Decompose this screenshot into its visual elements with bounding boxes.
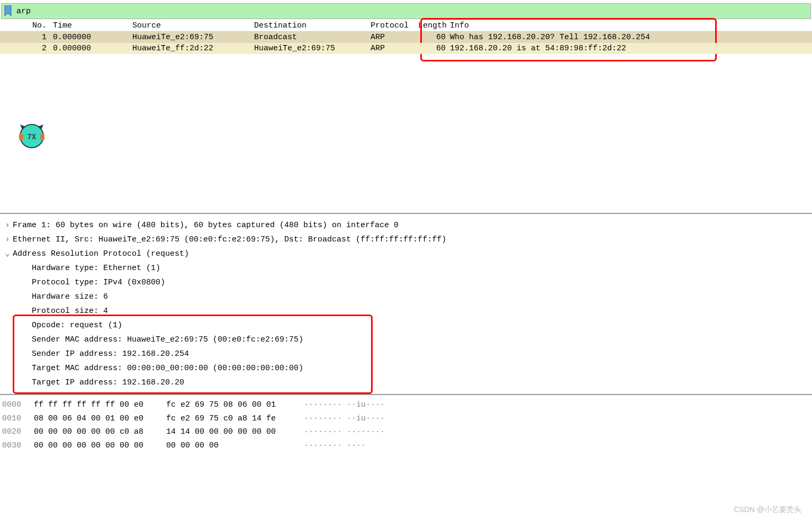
hex-bytes: fc e2 69 75 c0 a8 14 fe: [166, 412, 304, 426]
cat-logo-icon: 7X: [16, 119, 48, 151]
packet-list: No. Time Source Destination Protocol Len…: [0, 20, 812, 54]
hex-row[interactable]: 0010 08 00 06 04 00 01 00 e0 fc e2 69 75…: [2, 412, 810, 426]
hex-bytes: 00 00 00 00: [166, 439, 304, 453]
col-header-destination[interactable]: Destination: [254, 21, 371, 30]
cell-no: 2: [0, 44, 53, 53]
tree-label: Ethernet II, Src: HuaweiTe_e2:69:75 (00:…: [13, 232, 446, 247]
packet-row[interactable]: 2 0.000000 HuaweiTe_ff:2d:22 HuaweiTe_e2…: [0, 43, 812, 54]
expand-icon[interactable]: ›: [2, 218, 13, 232]
tree-child[interactable]: Protocol size: 4: [2, 304, 810, 318]
filter-bar: [1, 3, 811, 19]
tree-child[interactable]: Hardware type: Ethernet (1): [2, 261, 810, 275]
hex-ascii: ········ ····: [304, 439, 366, 453]
hex-ascii: ········ ········: [304, 425, 385, 439]
cell-info: 192.168.20.20 is at 54:89:98:ff:2d:22: [450, 44, 812, 53]
col-header-no[interactable]: No.: [0, 21, 53, 30]
tree-item-arp[interactable]: ⌄ Address Resolution Protocol (request): [2, 247, 810, 261]
hex-ascii: ········ ··iu····: [304, 398, 385, 412]
tree-label: Frame 1: 60 bytes on wire (480 bits), 60…: [13, 218, 399, 232]
cell-destination: HuaweiTe_e2:69:75: [254, 44, 371, 53]
cell-time: 0.000000: [53, 44, 132, 53]
cell-length: 60: [418, 33, 450, 42]
cell-source: HuaweiTe_e2:69:75: [132, 33, 254, 42]
packet-details-pane[interactable]: › Frame 1: 60 bytes on wire (480 bits), …: [0, 213, 812, 394]
col-header-source[interactable]: Source: [132, 21, 254, 30]
tree-child[interactable]: Target MAC address: 00:00:00_00:00:00 (0…: [2, 361, 810, 375]
col-header-protocol[interactable]: Protocol: [371, 21, 418, 30]
hex-offset: 0010: [2, 412, 34, 426]
svg-rect-1: [19, 134, 23, 140]
tree-child[interactable]: Hardware size: 6: [2, 290, 810, 304]
collapse-icon[interactable]: ⌄: [2, 247, 13, 261]
hex-row[interactable]: 0030 00 00 00 00 00 00 00 00 00 00 00 00…: [2, 439, 810, 453]
col-header-length[interactable]: Length: [418, 21, 450, 30]
hex-offset: 0020: [2, 425, 34, 439]
cell-no: 1: [0, 33, 53, 42]
hex-bytes: 00 00 00 00 00 00 c0 a8: [34, 425, 166, 439]
cell-protocol: ARP: [371, 33, 418, 42]
packet-row[interactable]: 1 0.000000 HuaweiTe_e2:69:75 Broadcast A…: [0, 32, 812, 43]
col-header-time[interactable]: Time: [53, 21, 132, 30]
tree-child[interactable]: Target IP address: 192.168.20.20: [2, 375, 810, 390]
hex-dump-pane[interactable]: 0000 ff ff ff ff ff ff 00 e0 fc e2 69 75…: [0, 394, 812, 455]
svg-rect-2: [40, 134, 44, 140]
hex-ascii: ········ ··iu····: [304, 412, 385, 426]
cell-destination: Broadcast: [254, 33, 371, 42]
tree-child[interactable]: Opcode: request (1): [2, 318, 810, 333]
packet-list-header[interactable]: No. Time Source Destination Protocol Len…: [0, 20, 812, 32]
tree-item-ethernet[interactable]: › Ethernet II, Src: HuaweiTe_e2:69:75 (0…: [2, 232, 810, 247]
tree-child[interactable]: Protocol type: IPv4 (0x0800): [2, 275, 810, 290]
hex-bytes: 14 14 00 00 00 00 00 00: [166, 425, 304, 439]
cell-protocol: ARP: [371, 44, 418, 53]
tree-label: Address Resolution Protocol (request): [13, 247, 189, 261]
cell-info: Who has 192.168.20.20? Tell 192.168.20.2…: [450, 33, 812, 42]
hex-bytes: ff ff ff ff ff ff 00 e0: [34, 398, 166, 412]
hex-offset: 0000: [2, 398, 34, 412]
cell-source: HuaweiTe_ff:2d:22: [132, 44, 254, 53]
tree-child[interactable]: Sender IP address: 192.168.20.254: [2, 347, 810, 361]
tree-child[interactable]: Sender MAC address: HuaweiTe_e2:69:75 (0…: [2, 333, 810, 347]
hex-bytes: 00 00 00 00 00 00 00 00: [34, 439, 166, 453]
expand-icon[interactable]: ›: [2, 232, 13, 247]
hex-bytes: 08 00 06 04 00 01 00 e0: [34, 412, 166, 426]
cell-time: 0.000000: [53, 33, 132, 42]
hex-offset: 0030: [2, 439, 34, 453]
svg-text:7X: 7X: [28, 133, 37, 141]
cell-length: 60: [418, 44, 450, 53]
bookmark-icon[interactable]: [4, 5, 13, 17]
tree-item-frame[interactable]: › Frame 1: 60 bytes on wire (480 bits), …: [2, 218, 810, 232]
hex-row[interactable]: 0000 ff ff ff ff ff ff 00 e0 fc e2 69 75…: [2, 398, 810, 412]
hex-bytes: fc e2 69 75 08 06 00 01: [166, 398, 304, 412]
hex-row[interactable]: 0020 00 00 00 00 00 00 c0 a8 14 14 00 00…: [2, 425, 810, 439]
col-header-info[interactable]: Info: [450, 21, 812, 30]
display-filter-input[interactable]: [16, 7, 808, 16]
